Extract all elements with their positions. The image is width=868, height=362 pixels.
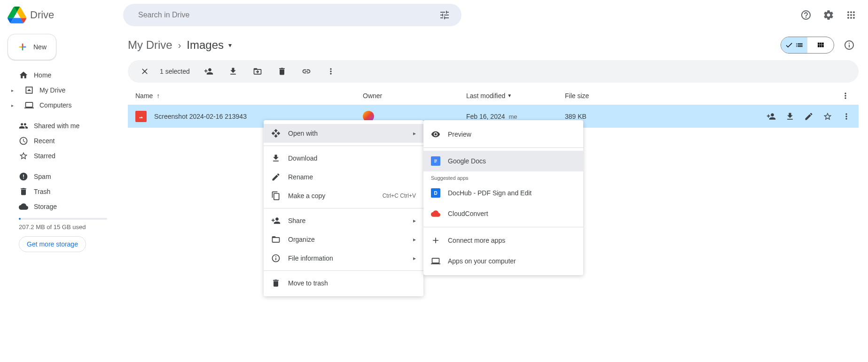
image-file-icon [135, 111, 147, 122]
row-download-icon[interactable] [782, 108, 798, 125]
dropdown-icon: ▾ [228, 41, 232, 49]
submenu-google-docs[interactable]: Google Docs [423, 151, 583, 171]
chevron-right-icon: ▸ [11, 88, 19, 93]
nav-starred[interactable]: Starred [8, 148, 113, 163]
selection-count: 1 selected [160, 68, 190, 75]
menu-open-with[interactable]: Open with▸ [264, 124, 423, 143]
help-icon[interactable] [797, 6, 815, 24]
download-icon[interactable] [224, 62, 242, 81]
link-icon[interactable] [297, 62, 316, 81]
table-header: Name↑ Owner Last modified▼ File size [128, 86, 859, 105]
row-share-icon[interactable] [763, 108, 780, 125]
cloudconvert-icon [431, 209, 440, 218]
open-with-submenu: Preview Google Docs Suggested apps DDocH… [423, 120, 583, 275]
more-actions-icon[interactable] [321, 62, 340, 81]
menu-file-info[interactable]: File information▸ [264, 249, 423, 268]
file-modified-date: Feb 16, 2024 [466, 113, 505, 120]
row-more-icon[interactable] [838, 108, 855, 125]
nav-computers[interactable]: ▸Computers [8, 98, 113, 113]
logo-area[interactable]: Drive [8, 6, 119, 24]
get-more-storage-button[interactable]: Get more storage [19, 236, 86, 252]
layout-toggle [781, 37, 834, 54]
storage-progress [19, 218, 107, 220]
breadcrumb-current[interactable]: Images▾ [187, 39, 232, 52]
delete-icon[interactable] [273, 62, 291, 81]
grid-view-button[interactable] [807, 37, 834, 53]
submenu-arrow-icon: ▸ [413, 255, 416, 262]
submenu-dochub[interactable]: DDocHub - PDF Sign and Edit [423, 183, 583, 203]
file-modified-by: me [509, 113, 517, 120]
sidebar: New Home ▸My Drive ▸Computers Shared wit… [0, 30, 120, 362]
menu-download[interactable]: Download [264, 149, 423, 168]
drive-logo-icon [8, 6, 26, 24]
breadcrumb: My Drive › Images▾ [128, 39, 232, 52]
file-name: Screenshot 2024-02-16 213943 [154, 113, 247, 120]
sort-down-icon: ▼ [507, 93, 512, 98]
search-input[interactable] [138, 11, 428, 19]
nav-storage[interactable]: Storage [8, 199, 113, 214]
nav-my-drive[interactable]: ▸My Drive [8, 83, 113, 98]
close-selection-icon[interactable] [135, 62, 154, 81]
menu-share[interactable]: Share▸ [264, 211, 423, 230]
google-docs-icon [431, 156, 440, 166]
submenu-apps-computer[interactable]: Apps on your computer [423, 251, 583, 271]
dochub-icon: D [431, 188, 440, 198]
menu-rename[interactable]: Rename [264, 168, 423, 186]
menu-trash[interactable]: Move to trash [264, 274, 423, 293]
nav-recent[interactable]: Recent [8, 133, 113, 148]
nav-spam[interactable]: Spam [8, 169, 113, 184]
submenu-arrow-icon: ▸ [413, 236, 416, 243]
row-star-icon[interactable] [819, 108, 836, 125]
column-size[interactable]: File size [565, 92, 659, 100]
settings-icon[interactable] [819, 6, 838, 24]
menu-make-copy[interactable]: Make a copyCtrl+C Ctrl+V [264, 186, 423, 205]
column-name[interactable]: Name↑ [128, 92, 363, 100]
list-view-button[interactable] [781, 37, 807, 53]
breadcrumb-root[interactable]: My Drive [128, 39, 172, 52]
submenu-arrow-icon: ▸ [413, 217, 416, 224]
column-modified[interactable]: Last modified▼ [466, 92, 565, 100]
app-title: Drive [30, 9, 54, 21]
selection-bar: 1 selected [128, 60, 859, 83]
submenu-cloudconvert[interactable]: CloudConvert [423, 203, 583, 224]
menu-organize[interactable]: Organize▸ [264, 230, 423, 249]
nav-trash[interactable]: Trash [8, 184, 113, 199]
suggested-apps-header: Suggested apps [423, 171, 583, 183]
storage-used-text: 207.2 MB of 15 GB used [8, 223, 113, 231]
sort-up-icon: ↑ [156, 92, 160, 100]
file-size: 389 KB [565, 113, 659, 120]
share-icon[interactable] [199, 62, 218, 81]
chevron-right-icon: ▸ [11, 103, 19, 108]
context-menu: Open with▸ Download Rename Make a copyCt… [264, 120, 423, 296]
submenu-connect-more[interactable]: Connect more apps [423, 230, 583, 251]
chevron-right-icon: › [176, 40, 183, 51]
submenu-arrow-icon: ▸ [413, 130, 416, 137]
search-options-icon[interactable] [435, 6, 454, 24]
row-rename-icon[interactable] [800, 108, 817, 125]
column-owner[interactable]: Owner [363, 92, 466, 100]
info-icon[interactable] [840, 36, 859, 54]
nav-home[interactable]: Home [8, 68, 113, 83]
more-columns-icon[interactable] [836, 86, 855, 105]
submenu-preview[interactable]: Preview [423, 124, 583, 145]
apps-grid-icon[interactable] [842, 6, 860, 24]
move-icon[interactable] [248, 62, 267, 81]
nav-shared[interactable]: Shared with me [8, 118, 113, 133]
new-button[interactable]: New [8, 34, 56, 60]
shortcut-text: Ctrl+C Ctrl+V [383, 193, 416, 199]
search-bar[interactable] [123, 4, 461, 26]
